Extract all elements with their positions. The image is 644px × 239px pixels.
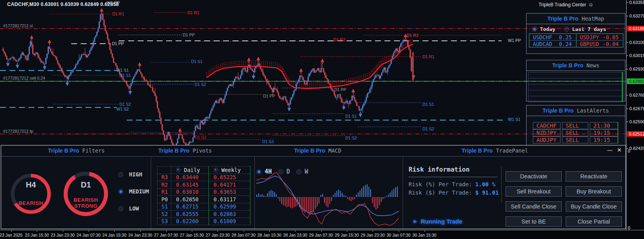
heatmap-mode-last-7-days[interactable]: Last 7 days xyxy=(564,26,606,32)
button-sell-breakout[interactable]: Sell Breakout xyxy=(506,186,562,197)
macd-tf-d[interactable]: D xyxy=(278,168,290,175)
button-reactivate[interactable]: Reactivate xyxy=(566,171,622,182)
radio-icon[interactable] xyxy=(256,169,261,174)
pivot-name: R3 xyxy=(157,174,171,181)
trend-gauge-d1 xyxy=(61,169,111,219)
time-scale[interactable]: 23 Jan 202523 Jan 15:3023 Jan 23:3024 Ja… xyxy=(0,230,644,239)
brand-label: Triple B Pro xyxy=(158,147,189,154)
section-divider xyxy=(254,156,255,229)
time-axis-tick xyxy=(63,230,63,232)
svg-text:D1 R1: D1 R1 xyxy=(112,11,124,16)
pivots-table: DailyWeeklyR30.634400.65225R20.631450.64… xyxy=(157,166,250,225)
brand-label: Triple B Pro xyxy=(547,15,579,22)
news-status-bar xyxy=(622,72,623,102)
button-set-to-be[interactable]: Set to BE xyxy=(506,216,562,227)
news-list xyxy=(528,72,623,102)
macd-tf-4h[interactable]: 4H xyxy=(256,168,272,175)
running-trade-label: Running Trade xyxy=(421,218,462,225)
pivot-daily: 0.62715 xyxy=(171,203,209,210)
time-axis-tick xyxy=(166,230,167,232)
minimize-icon[interactable]: — xyxy=(607,147,612,153)
heatmap-mode-radios: TodayLast 7 days xyxy=(532,26,606,32)
button-buy-breakout[interactable]: Buy Breakout xyxy=(566,186,622,197)
pivot-name: R2 xyxy=(157,181,171,189)
brand-corner-label: TripleB Trading Center xyxy=(538,2,586,8)
pivots-period-toggle-weekly[interactable]: Weekly xyxy=(208,166,250,174)
risk-information: Risk information Risk (%) Per Trade: 1.0… xyxy=(409,166,499,198)
pivot-weekly: 0.63653 xyxy=(208,188,250,196)
section-divider xyxy=(151,156,151,229)
dashboard-header: Triple B Pro Filters Triple B Pro Pivots… xyxy=(1,145,625,157)
gauge-state: BEARISH xyxy=(9,200,53,206)
risk-level-low[interactable]: LOW xyxy=(118,205,139,212)
close-icon[interactable]: ✕ xyxy=(617,147,621,153)
tf-label: D xyxy=(286,168,290,175)
section-name: Filters xyxy=(82,147,105,154)
risk-usd-line: Risk ($) Per Trade: $ 91.01 xyxy=(409,189,499,196)
price-axis-tick xyxy=(627,55,628,56)
risk-usd-value: $ 91.01 xyxy=(475,189,499,196)
time-axis-label: 27 Jan 23:30 xyxy=(206,233,230,237)
risk-title: Risk information xyxy=(409,166,499,173)
brand-label: Triple B Pro xyxy=(48,147,79,154)
panel-name: News xyxy=(587,62,600,69)
macd-timeframe-radios: 4HDW xyxy=(256,168,308,175)
heatmap-mode-today[interactable]: Today xyxy=(532,26,555,32)
mode-label: Today xyxy=(540,26,555,32)
price-axis-tick xyxy=(627,16,628,16)
risk-pct-value: 1.00 % xyxy=(475,181,496,187)
button-sell-candle-close[interactable]: Sell Candle Close xyxy=(506,201,562,212)
button-deactivate[interactable]: Deactivate xyxy=(506,171,562,182)
time-axis-tick xyxy=(373,230,373,232)
radio-icon[interactable] xyxy=(214,168,218,172)
pivot-row-r1: R10.630100.63653 xyxy=(157,188,250,196)
alert-time: 19:15 xyxy=(590,136,618,143)
pivot-row-s3: S30.622600.61009 xyxy=(157,218,250,225)
candlesticks xyxy=(3,13,414,150)
pivot-name: R1 xyxy=(157,188,171,196)
risk-level-medium[interactable]: MEDIUM xyxy=(118,188,149,195)
time-axis-label: 30 Jan 07:30 xyxy=(386,233,411,237)
tf-label: W xyxy=(305,168,308,175)
smiley-icon[interactable]: ☺ xyxy=(588,2,593,8)
time-axis-label: 24 Jan 07:30 xyxy=(77,233,101,237)
macd-tf-w[interactable]: W xyxy=(296,168,308,175)
button-close-partial[interactable]: Close Partial xyxy=(566,216,622,227)
pivot-row-r2: R20.631450.64171 xyxy=(157,181,250,189)
level-label: HIGH xyxy=(129,171,142,178)
news-panel: Triple B Pro News xyxy=(526,60,625,101)
radio-icon[interactable] xyxy=(118,206,123,211)
heatmap-cell-audcad: AUDCAD0.24 xyxy=(529,40,576,47)
pivot-weekly: 0.64171 xyxy=(208,181,250,189)
time-axis-tick xyxy=(89,230,89,232)
price-scale[interactable]: 0.633550.632700.631000.630150.629300.627… xyxy=(626,0,644,230)
time-axis-label: 23 Jan 2025 xyxy=(0,233,23,237)
radio-icon[interactable] xyxy=(118,172,123,177)
radio-icon[interactable] xyxy=(296,169,301,174)
alert-symbol: NZDJPY xyxy=(533,129,561,136)
button-buy-candle-close[interactable]: Buy Candle Close xyxy=(566,201,622,212)
pivot-daily: 0.63010 xyxy=(171,188,209,196)
alert-signal: SELL xyxy=(562,122,588,129)
svg-text:D1 S3: D1 S3 xyxy=(195,135,206,140)
radio-icon[interactable] xyxy=(118,189,123,194)
radio-icon[interactable] xyxy=(532,27,537,32)
radio-icon[interactable] xyxy=(278,169,283,174)
risk-level-high[interactable]: HIGH xyxy=(118,171,142,178)
running-trade-toggle[interactable]: ▸ Running Trade xyxy=(414,218,462,225)
pivots-period-toggle-daily[interactable]: Daily xyxy=(171,166,209,174)
time-axis-label: 29 Jan 23:30 xyxy=(361,233,385,237)
running-trade-arrow-icon: ▸ xyxy=(414,218,417,225)
section-divider xyxy=(403,156,403,229)
panel-name: LastAlerts xyxy=(577,107,609,114)
brand-label: Triple B Pro xyxy=(462,147,493,154)
radio-icon[interactable] xyxy=(176,168,181,172)
section-name: MACD xyxy=(328,147,341,154)
brand-label: Triple B Pro xyxy=(294,147,325,154)
svg-text:#1772817212 sell 0.24: #1772817212 sell 0.24 xyxy=(3,76,45,80)
filters-header: Triple B Pro Filters xyxy=(48,147,104,154)
radio-icon[interactable] xyxy=(564,27,569,32)
heatmap-table: USDCHF0.25USDJPY-0.65AUDCAD0.24GBPUSD-0.… xyxy=(529,33,623,48)
svg-text:D1 S1: D1 S1 xyxy=(191,59,203,64)
pivot-name: S1 xyxy=(157,203,171,210)
